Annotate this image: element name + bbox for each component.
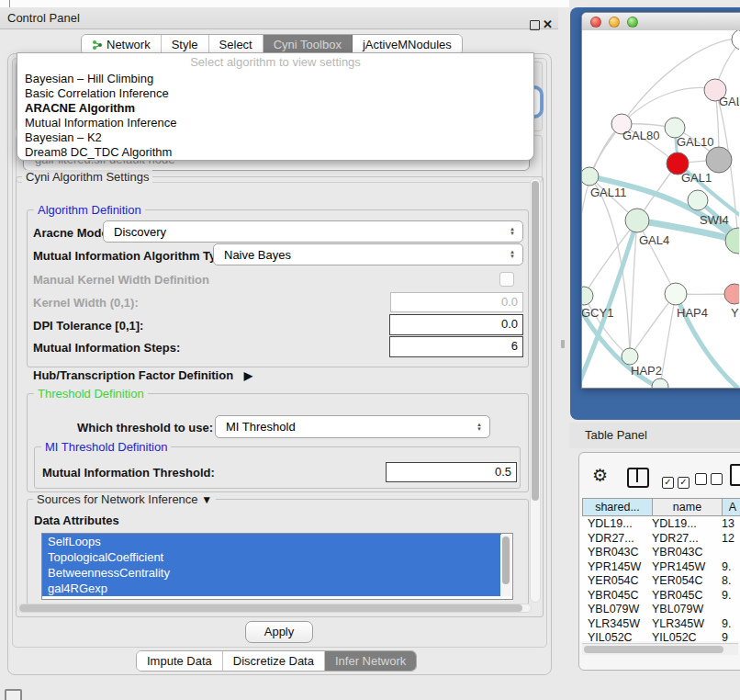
data-attributes-list[interactable]: SelfLoops TopologicalCoefficient Between… bbox=[41, 533, 513, 600]
node-label: HAP4 bbox=[677, 306, 708, 320]
mi-algorithm-type-combobox[interactable]: Naive Bayes ▲▼ bbox=[213, 243, 523, 265]
kernel-width-field[interactable]: 0.0 bbox=[390, 292, 523, 312]
expanded-arrow-icon[interactable]: ▼ bbox=[201, 493, 212, 506]
settings-vertical-scrollbar[interactable] bbox=[530, 178, 541, 603]
settings-group-title: Cyni Algorithm Settings bbox=[22, 170, 152, 184]
list-item-selected[interactable]: BetweennessCentrality bbox=[42, 565, 501, 581]
tab-impute-data[interactable]: Impute Data bbox=[137, 651, 223, 671]
scrollbar-thumb[interactable] bbox=[502, 536, 510, 584]
window-minimize-button[interactable] bbox=[609, 17, 620, 28]
table-row[interactable]: YBR043CYBR043C bbox=[580, 546, 740, 560]
network-node-Y[interactable] bbox=[724, 284, 739, 304]
scrollbar-thumb[interactable] bbox=[584, 646, 723, 653]
window-close-button[interactable] bbox=[590, 17, 601, 28]
sources-group-title[interactable]: Sources for Network Inference ▼ bbox=[33, 492, 216, 506]
table-horizontal-scrollbar[interactable] bbox=[582, 643, 738, 655]
cell: YDL19... bbox=[652, 517, 722, 532]
cyni-bottom-tabbar: Impute Data Discretize Data Infer Networ… bbox=[136, 650, 417, 672]
network-window-titlebar[interactable] bbox=[582, 13, 740, 31]
aracne-mode-combobox[interactable]: Discovery ▲▼ bbox=[103, 220, 523, 243]
network-node-GCY1[interactable] bbox=[582, 287, 593, 305]
scrollbar-thumb[interactable] bbox=[19, 604, 522, 612]
close-icon[interactable]: ✕ bbox=[543, 15, 553, 36]
splitter-handle[interactable] bbox=[561, 340, 565, 348]
dpi-tolerance-field[interactable]: 0.0 bbox=[389, 314, 523, 335]
cell: YIL052C bbox=[652, 631, 722, 641]
dropdown-item[interactable]: Dream8 DC_TDC Algorithm bbox=[17, 145, 533, 160]
tab-impute-data-label: Impute Data bbox=[147, 654, 212, 668]
tab-cyni-toolbox[interactable]: Cyni Toolbox bbox=[263, 35, 353, 54]
tab-discretize-data[interactable]: Discretize Data bbox=[223, 651, 325, 671]
dropdown-item[interactable]: Basic Correlation Inference bbox=[17, 86, 533, 101]
network-canvas[interactable]: GAL7 GAL80 GAL10 GAL1 GAL11 SWI4 GAL4 GC… bbox=[582, 30, 739, 388]
dropdown-item[interactable]: Bayesian – K2 bbox=[17, 130, 533, 145]
algorithm-dropdown-popup: Select algorithm to view settings Bayesi… bbox=[17, 52, 534, 161]
cell: YBL079W bbox=[652, 603, 722, 617]
tab-jactivemnodules[interactable]: jActiveMNodules bbox=[353, 35, 462, 54]
network-node-GAL4[interactable] bbox=[625, 209, 649, 232]
tab-infer-network[interactable]: Infer Network bbox=[325, 651, 416, 671]
node-label: GAL4 bbox=[639, 233, 669, 247]
collapsed-arrow-icon[interactable]: ▶ bbox=[244, 369, 252, 382]
window-zoom-button[interactable] bbox=[627, 17, 638, 28]
minimized-panel-icon[interactable] bbox=[5, 689, 22, 700]
dropdown-item-highlighted[interactable]: ARACNE Algorithm bbox=[17, 101, 533, 116]
table-body[interactable]: YDL19...YDL19...13 YDR27...YDR27...12 YB… bbox=[580, 517, 740, 641]
dropdown-item[interactable]: Bayesian – Hill Climbing bbox=[17, 72, 533, 86]
tab-select[interactable]: Select bbox=[209, 35, 263, 54]
table-header-name[interactable]: name bbox=[652, 498, 723, 516]
network-node-SWI4[interactable] bbox=[688, 190, 708, 210]
table-row[interactable]: YBL079WYBL079W bbox=[580, 603, 740, 617]
tab-style[interactable]: Style bbox=[162, 35, 209, 54]
network-node-HAP2[interactable] bbox=[622, 348, 638, 365]
table-header-shared[interactable]: shared... bbox=[582, 498, 653, 516]
hub-definition-label[interactable]: Hub/Transcription Factor Definition ▶ bbox=[33, 368, 252, 382]
network-node-HAP4[interactable] bbox=[665, 283, 687, 305]
control-panel-title: Control Panel bbox=[7, 7, 80, 28]
network-node[interactable] bbox=[652, 378, 668, 388]
list-vertical-scrollbar[interactable] bbox=[500, 535, 511, 596]
table-row[interactable]: YER054CYER054C8. bbox=[580, 574, 740, 589]
columns-icon[interactable] bbox=[627, 468, 649, 488]
table-row[interactable]: YDL19...YDL19...13 bbox=[580, 517, 740, 532]
mi-steps-field[interactable]: 6 bbox=[389, 336, 523, 357]
dropdown-item[interactable]: Mutual Information Inference bbox=[17, 116, 533, 130]
manual-kernel-width-checkbox[interactable] bbox=[499, 272, 514, 287]
scrollbar-thumb[interactable] bbox=[532, 181, 539, 501]
cell: 9 bbox=[722, 631, 740, 641]
mi-threshold-field[interactable]: 0.5 bbox=[386, 462, 517, 482]
gear-icon[interactable]: ⚙ bbox=[592, 464, 608, 488]
tab-network[interactable]: Network bbox=[82, 35, 162, 54]
combo-stepper-icon: ▲▼ bbox=[505, 227, 522, 236]
table-row[interactable]: YLR345WYLR345W9. bbox=[580, 617, 740, 632]
table-row[interactable]: YIL052CYIL052C9 bbox=[580, 631, 740, 641]
list-item-selected[interactable]: SelfLoops bbox=[42, 534, 501, 549]
apply-button[interactable]: Apply bbox=[245, 621, 313, 643]
node-label: SWI4 bbox=[700, 213, 729, 227]
network-node-GAL11[interactable] bbox=[582, 167, 599, 186]
table-header-third[interactable]: A bbox=[722, 498, 740, 516]
table-row[interactable]: YDR27...YDR27...12 bbox=[580, 532, 740, 547]
table-row[interactable]: YBR045CYBR045C9. bbox=[580, 589, 740, 604]
table-row[interactable]: YPR145WYPR145W9. bbox=[580, 560, 740, 575]
document-icon[interactable] bbox=[730, 464, 740, 486]
dpi-tolerance-label: DPI Tolerance [0,1]: bbox=[33, 319, 143, 333]
select-all-checkboxes-icon[interactable]: ✓✓ bbox=[662, 472, 693, 489]
list-item-selected[interactable]: TopologicalCoefficient bbox=[42, 549, 501, 565]
node-label: Y bbox=[731, 306, 739, 320]
cell: YBL079W bbox=[580, 603, 652, 617]
unchecked-box-icon bbox=[695, 473, 707, 485]
network-node-gray[interactable] bbox=[706, 147, 732, 173]
cell bbox=[722, 546, 740, 560]
table-panel-title: Table Panel bbox=[569, 423, 740, 448]
which-threshold-combobox[interactable]: MI Threshold ▲▼ bbox=[215, 415, 490, 438]
checked-box-icon: ✓ bbox=[662, 477, 674, 489]
network-nodes[interactable] bbox=[582, 30, 739, 388]
network-node[interactable] bbox=[732, 30, 739, 50]
tab-infer-network-label: Infer Network bbox=[335, 654, 406, 668]
algorithm-definition-title: Algorithm Definition bbox=[34, 203, 145, 217]
float-window-icon[interactable] bbox=[530, 20, 540, 30]
list-item-selected[interactable]: gal4RGexp bbox=[42, 581, 501, 596]
deselect-all-checkboxes-icon[interactable] bbox=[695, 472, 726, 489]
settings-horizontal-scrollbar[interactable] bbox=[17, 604, 532, 613]
